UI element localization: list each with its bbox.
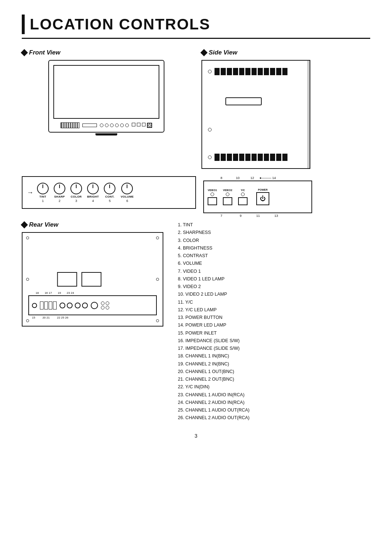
rear-rca-1	[101, 301, 105, 305]
rear-inner: 18 16 17 19 23 24	[23, 233, 163, 326]
monitor-btn-2[interactable]	[105, 123, 109, 127]
side-view-header: Side View	[201, 49, 370, 56]
parts-list-section: 1. TINT2. SHARPNESS3. COLOR4. BRIGHTNESS…	[178, 221, 370, 422]
rear-bnc-3	[75, 303, 81, 308]
vent-line	[245, 154, 250, 161]
monitor-icon-1	[132, 123, 135, 126]
vent-line	[264, 68, 269, 75]
knob-color: COLOR 3	[70, 183, 82, 203]
page-number: 3	[22, 433, 370, 439]
front-view-label: Front View	[29, 49, 60, 56]
vent-lines-top	[215, 68, 287, 75]
knob-cont-label: CONT.	[105, 195, 115, 198]
knob-sharp: SHARP 2	[54, 183, 65, 203]
rear-rca-2	[106, 301, 109, 305]
parts-list: 1. TINT2. SHARPNESS3. COLOR4. BRIGHTNESS…	[178, 221, 370, 422]
rear-bnc-group2	[75, 303, 88, 308]
front-view-section: Front View	[22, 49, 191, 169]
knob-cont-knob[interactable]	[104, 183, 115, 194]
monitor-btn-1[interactable]	[100, 123, 103, 127]
connector-panel: VIDEO1 VIDEO2 Y/C POWER	[203, 181, 312, 213]
conn-power: POWER ⏻	[256, 189, 269, 205]
num-11: 11	[253, 214, 264, 218]
monitor-btn-4[interactable]	[115, 123, 119, 127]
side-right-border	[307, 61, 310, 168]
rear-bnc-4	[82, 303, 88, 308]
rear-nums-above: 18 16 17 19 23 24	[28, 291, 157, 295]
knob-bright-knob[interactable]	[87, 183, 99, 194]
num-7: 7	[214, 214, 229, 218]
knob-sharp-knob[interactable]	[54, 183, 65, 194]
rear-switch-4[interactable]	[53, 301, 57, 309]
rear-num-222526: 22 25 26	[57, 316, 68, 319]
rear-dot-bl	[26, 319, 29, 322]
conn-yc-dot	[241, 193, 245, 196]
rear-view-section: Rear View	[22, 221, 370, 422]
conn-yc-label: Y/C	[241, 189, 245, 191]
rear-switch-1[interactable]	[40, 301, 44, 309]
rear-rca-3	[101, 306, 105, 309]
knob-volume-knob[interactable]	[121, 183, 133, 194]
parts-list-item: 18. CHANNEL 1 IN(BNC)	[178, 352, 370, 360]
side-dot-2	[208, 128, 212, 131]
knob-color-num: 3	[75, 199, 77, 203]
diamond-icon	[21, 49, 28, 56]
vent-line	[227, 68, 232, 75]
knob-tint-knob[interactable]	[37, 183, 49, 194]
parts-list-item: 11. Y/C	[178, 299, 370, 306]
rear-switch-3[interactable]	[49, 301, 52, 309]
parts-list-item: 4. BRIGHTNESS	[178, 244, 370, 252]
vent-line	[233, 154, 238, 161]
front-panel-detail: → TINT 1 SHARP 2	[22, 176, 196, 209]
vent-line	[282, 154, 287, 161]
knob-volume-label: VOLUME	[121, 195, 134, 198]
side-dot-3	[208, 155, 212, 159]
monitor-btn-5[interactable]	[120, 123, 124, 127]
vent-line	[215, 68, 220, 75]
num-10: 10	[232, 176, 243, 180]
num-13: 13	[271, 214, 282, 218]
vent-line	[245, 68, 250, 75]
parts-list-item: 1. TINT	[178, 221, 370, 229]
rear-rect-2	[81, 272, 101, 287]
conn-video1-dot	[211, 193, 214, 196]
rear-switch-2[interactable]	[44, 301, 48, 309]
rear-view-label: Rear View	[29, 221, 58, 228]
vent-line	[282, 68, 287, 75]
monitor-bottom-controls: ⏻	[53, 120, 159, 130]
side-dot-1	[208, 70, 212, 73]
rear-dot-tl	[26, 236, 29, 239]
rear-num-1617: 16 17	[45, 291, 52, 295]
connector-inner: VIDEO1 VIDEO2 Y/C POWER	[204, 181, 311, 212]
monitor-btn-6[interactable]	[125, 123, 129, 127]
side-middle	[208, 128, 304, 131]
monitor-icon-3	[142, 123, 146, 126]
conn-power-label: POWER	[258, 189, 268, 191]
vent-line	[215, 154, 220, 161]
diamond-icon-2	[200, 49, 208, 56]
panel-knobs: TINT 1 SHARP 2 COLOR 3	[37, 183, 134, 203]
conn-video2-dot	[226, 193, 229, 196]
parts-list-item: 12. Y/C LED LAMP	[178, 306, 370, 314]
vent-line	[239, 68, 244, 75]
monitor-btn-3[interactable]	[110, 123, 114, 127]
side-vent-bottom	[208, 154, 304, 161]
knob-color-knob[interactable]	[70, 183, 82, 194]
conn-video1: VIDEO1	[208, 189, 217, 205]
num-12: 12	[247, 176, 258, 180]
vent-line	[276, 68, 281, 75]
monitor-speaker	[61, 122, 79, 128]
parts-list-item: 17. IMPEDANCE (SLIDE S/W)	[178, 345, 370, 352]
vent-line	[252, 68, 257, 75]
vent-line	[258, 154, 263, 161]
page-title-section: LOCATION CONTROLS	[22, 15, 370, 39]
knob-cont-num: 5	[109, 199, 111, 203]
monitor-power-icon[interactable]: ⏻	[147, 123, 152, 128]
front-panel-detail-wrap: → TINT 1 SHARP 2	[22, 176, 196, 218]
knob-bright-label: BRIGHT	[87, 195, 99, 198]
front-view-header: Front View	[22, 49, 191, 56]
knob-tint: TINT 1	[37, 183, 49, 203]
power-button[interactable]: ⏻	[256, 192, 269, 205]
conn-video2-label: VIDEO2	[223, 189, 232, 191]
parts-list-item: 8. VIDEO 1 LED LAMP	[178, 275, 370, 283]
